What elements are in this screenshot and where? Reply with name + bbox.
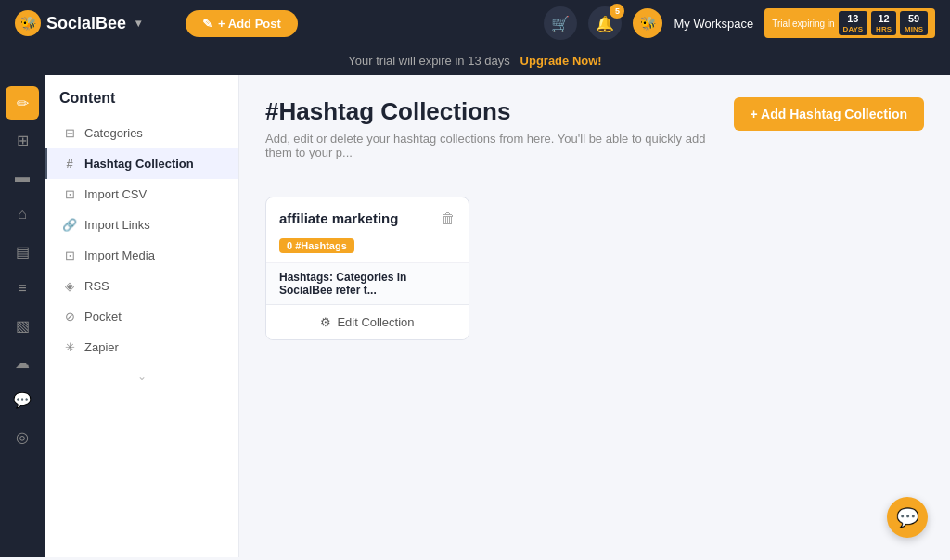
trial-mins-block: 59 MINS <box>900 11 928 36</box>
logo[interactable]: 🐝 SocialBee ▾ <box>15 10 141 36</box>
pocket-icon: ⊘ <box>62 310 77 324</box>
gear-icon: ⚙ <box>320 315 331 329</box>
sidebar-item-categories[interactable]: ⊟ Categories <box>45 118 238 148</box>
sidebar-item-label: Import Media <box>84 248 155 262</box>
sidebar-item-label: Import CSV <box>84 187 147 201</box>
page-subtitle: Add, edit or delete your hashtag collect… <box>265 132 734 159</box>
collection-card: affiliate marketing 🗑 0 #Hashtags Hashta… <box>265 197 469 340</box>
card-tag-area: 0 #Hashtags <box>266 236 469 262</box>
page-header-row: #Hashtag Collections Add, edit or delete… <box>265 97 924 178</box>
sidebar-item-import-media[interactable]: ⊡ Import Media <box>45 240 238 271</box>
rss-icon: ◈ <box>62 279 77 293</box>
logo-icon: 🐝 <box>15 10 41 36</box>
trial-days-block: 13 DAYS <box>839 11 868 36</box>
trial-hrs-block: 12 HRS <box>871 11 896 36</box>
import-csv-icon: ⊡ <box>62 187 77 201</box>
page-header-text: #Hashtag Collections Add, edit or delete… <box>265 97 734 178</box>
sidebar-item-zapier[interactable]: ✳ Zapier <box>45 332 238 363</box>
add-post-button[interactable]: ✎ + Add Post <box>186 10 298 37</box>
sidebar-icon-grid[interactable]: ⊞ <box>6 123 39 157</box>
sidebar-item-rss[interactable]: ◈ RSS <box>45 271 238 301</box>
sidebar-item-pocket[interactable]: ⊘ Pocket <box>45 301 238 332</box>
sidebar-item-label: Zapier <box>84 340 119 354</box>
sidebar-item-label: Categories <box>84 126 143 140</box>
page-title: #Hashtag Collections <box>265 97 734 126</box>
add-hashtag-collection-button[interactable]: + Add Hashtag Collection <box>734 97 924 131</box>
sidebar-icon-list[interactable]: ≡ <box>6 272 39 305</box>
delete-collection-button[interactable]: 🗑 <box>441 210 456 227</box>
chevron-down-icon: ▾ <box>135 17 141 30</box>
sidebar-icon-chat[interactable]: 💬 <box>6 383 39 416</box>
sidebar-item-import-csv[interactable]: ⊡ Import CSV <box>45 179 238 210</box>
edit-collection-button[interactable]: ⚙ Edit Collection <box>266 304 469 339</box>
edit-icon: ✎ <box>202 17 212 31</box>
sidebar-title: Content <box>45 90 238 118</box>
sidebar-item-hashtag-collection[interactable]: # Hashtag Collection <box>45 148 238 179</box>
scroll-indicator: ⌄ <box>45 363 238 390</box>
workspace-label: My Workspace <box>674 17 753 31</box>
trial-badge: Trial expiring in 13 DAYS 12 HRS 59 MINS <box>764 8 935 39</box>
media-icon: ⊡ <box>62 248 77 262</box>
categories-icon: ⊟ <box>62 126 77 140</box>
sidebar-item-import-links[interactable]: 🔗 Import Links <box>45 210 238 240</box>
collection-title: affiliate marketing <box>279 210 398 226</box>
sidebar-item-label: Pocket <box>84 310 122 324</box>
chat-icon: 💬 <box>896 506 919 528</box>
sidebar-item-label: RSS <box>84 279 109 293</box>
upgrade-link[interactable]: Upgrade Now! <box>520 54 602 68</box>
sidebar-icon-calendar[interactable]: ▤ <box>6 235 39 268</box>
content-sidebar: Content ⊟ Categories # Hashtag Collectio… <box>45 75 239 557</box>
sidebar-item-label: Import Links <box>84 218 150 232</box>
cart-icon: 🛒 <box>551 15 570 32</box>
workspace-avatar: 🐝 <box>633 8 662 38</box>
card-header: affiliate marketing 🗑 <box>266 197 469 236</box>
cart-button[interactable]: 🛒 <box>544 6 577 40</box>
logo-text: SocialBee <box>46 14 126 33</box>
trial-banner: Your trial will expire in 13 days Upgrad… <box>0 46 950 75</box>
sidebar-icon-cloud[interactable]: ☁ <box>6 346 39 379</box>
sidebar-item-label: Hashtag Collection <box>84 157 194 171</box>
icon-sidebar: ✏ ⊞ ▬ ⌂ ▤ ≡ ▧ ☁ 💬 ◎ <box>0 75 45 557</box>
zapier-icon: ✳ <box>62 340 77 354</box>
sidebar-icon-folder[interactable]: ▬ <box>6 160 39 194</box>
chat-bubble-button[interactable]: 💬 <box>887 497 928 538</box>
hashtag-icon: # <box>62 157 77 171</box>
hashtag-count-badge: 0 #Hashtags <box>279 238 354 253</box>
sidebar-icon-inbox[interactable]: ⌂ <box>6 197 39 231</box>
sidebar-icon-edit[interactable]: ✏ <box>6 86 39 120</box>
link-icon: 🔗 <box>62 218 77 232</box>
notifications-button[interactable]: 🔔 5 <box>588 6 622 40</box>
sidebar-icon-chart[interactable]: ▧ <box>6 309 39 342</box>
main-content-area: #Hashtag Collections Add, edit or delete… <box>239 75 950 557</box>
sidebar-icon-globe[interactable]: ◎ <box>6 420 39 453</box>
notification-badge: 5 <box>610 4 624 19</box>
card-hashtags-preview: Hashtags: Categories in SocialBee refer … <box>266 262 469 304</box>
main-layout: ✏ ⊞ ▬ ⌂ ▤ ≡ ▧ ☁ 💬 ◎ Content ⊟ Categories… <box>0 75 950 557</box>
top-navigation: 🐝 SocialBee ▾ ✎ + Add Post 🛒 🔔 5 🐝 My Wo… <box>0 0 950 46</box>
trash-icon: 🗑 <box>441 210 456 226</box>
